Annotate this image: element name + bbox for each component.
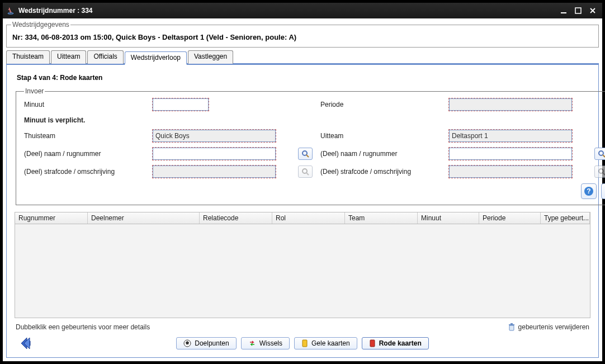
nav-rode-label: Rode kaarten bbox=[379, 339, 422, 347]
nav-rode-kaarten[interactable]: Rode kaarten bbox=[362, 337, 429, 349]
minuut-input[interactable] bbox=[153, 98, 209, 111]
invoer-actions: ? bbox=[24, 183, 605, 199]
invoer-legend: Invoer bbox=[24, 87, 45, 95]
home-naam-input[interactable] bbox=[153, 148, 276, 160]
tab-officials[interactable]: Officials bbox=[87, 50, 123, 64]
form-grid: Minuut Periode Minuut is verplicht. Thui… bbox=[24, 98, 605, 178]
titlebar: Wedstrijdnummer : 334 bbox=[3, 3, 602, 18]
svg-line-8 bbox=[306, 173, 309, 175]
tab-uitteam[interactable]: Uitteam bbox=[51, 50, 86, 64]
col-periode[interactable]: Periode bbox=[479, 212, 541, 224]
window-title: Wedstrijdnummer : 334 bbox=[18, 7, 557, 15]
minuut-required-msg: Minuut is verplicht. bbox=[24, 116, 605, 124]
tab-vastleggen[interactable]: Vastleggen bbox=[188, 50, 233, 64]
step-nav: Doelpunten Wissels Gele kaarten Rode kaa… bbox=[176, 337, 428, 349]
periode-readonly bbox=[449, 98, 572, 111]
search-icon bbox=[301, 168, 309, 176]
tab-panel: Stap 4 van 4: Rode kaarten Invoer Minuut… bbox=[6, 65, 599, 358]
close-button[interactable] bbox=[587, 6, 599, 16]
trash-icon bbox=[507, 323, 516, 332]
col-relatiecode[interactable]: Relatiecode bbox=[200, 212, 272, 224]
delete-event-link[interactable]: gebeurtenis verwijderen bbox=[507, 323, 589, 332]
minuut-label: Minuut bbox=[24, 101, 153, 108]
help-icon: ? bbox=[584, 186, 594, 196]
nav-gele-kaarten[interactable]: Gele kaarten bbox=[294, 337, 357, 349]
help-button[interactable]: ? bbox=[581, 183, 597, 199]
nav-wissels-label: Wissels bbox=[259, 339, 282, 347]
nav-gele-label: Gele kaarten bbox=[311, 339, 350, 347]
svg-rect-13 bbox=[509, 325, 514, 330]
periode-label: Periode bbox=[320, 101, 449, 108]
thuisteam-label: Thuisteam bbox=[24, 132, 153, 140]
svg-rect-15 bbox=[511, 323, 513, 324]
svg-line-6 bbox=[603, 155, 605, 157]
nav-doelpunten[interactable]: Doelpunten bbox=[176, 337, 236, 349]
svg-rect-19 bbox=[370, 340, 375, 347]
hint-row: Dubbelklik een gebeurtenis voor meer det… bbox=[15, 318, 590, 333]
match-info-group: Wedstrijdgegevens Nr: 334, 06-08-2013 om… bbox=[6, 21, 599, 48]
back-button[interactable] bbox=[19, 336, 36, 351]
thuisteam-readonly: Quick Boys bbox=[153, 130, 276, 142]
match-info-legend: Wedstrijdgegevens bbox=[11, 21, 70, 29]
minimize-button[interactable] bbox=[557, 6, 570, 16]
delete-event-label: gebeurtenis verwijderen bbox=[518, 323, 589, 331]
away-strafcode-readonly bbox=[449, 166, 572, 178]
svg-point-3 bbox=[302, 151, 307, 155]
maximize-button[interactable] bbox=[572, 6, 584, 16]
dblclick-hint: Dubbelklik een gebeurtenis voor meer det… bbox=[16, 323, 150, 331]
home-naam-label: (Deel) naam / rugnummer bbox=[24, 150, 153, 158]
svg-rect-2 bbox=[575, 8, 581, 13]
svg-text:?: ? bbox=[587, 187, 590, 195]
refresh-button[interactable] bbox=[601, 183, 605, 199]
window-buttons bbox=[557, 6, 599, 16]
tab-wedstrijdverloop[interactable]: Wedstrijdverloop bbox=[125, 51, 187, 65]
col-minuut[interactable]: Minuut bbox=[418, 212, 479, 224]
bottom-bar: Doelpunten Wissels Gele kaarten Rode kaa… bbox=[15, 333, 590, 352]
table-header: Rugnummer Deelnemer Relatiecode Rol Team… bbox=[15, 212, 590, 224]
away-naam-search-button[interactable] bbox=[594, 148, 605, 160]
search-icon bbox=[598, 150, 605, 158]
home-strafcode-readonly bbox=[153, 166, 276, 178]
col-deelnemer[interactable]: Deelnemer bbox=[88, 212, 200, 224]
col-type[interactable]: Type gebeurt... bbox=[541, 212, 590, 224]
search-icon bbox=[598, 168, 605, 176]
table-body[interactable] bbox=[15, 224, 590, 318]
app-window: Wedstrijdnummer : 334 Wedstrijdgegevens … bbox=[2, 2, 603, 362]
tab-thuisteam[interactable]: Thuisteam bbox=[6, 50, 50, 64]
swap-icon bbox=[248, 339, 256, 347]
java-icon bbox=[6, 6, 15, 15]
away-naam-input[interactable] bbox=[449, 148, 572, 160]
away-naam-label: (Deel) naam / rugnummer bbox=[320, 150, 449, 158]
svg-point-7 bbox=[302, 169, 307, 173]
svg-rect-18 bbox=[302, 340, 307, 347]
football-icon bbox=[183, 339, 191, 347]
col-rugnummer[interactable]: Rugnummer bbox=[15, 212, 88, 224]
invoer-group: Invoer Minuut Periode Minuut is verplich… bbox=[16, 87, 605, 205]
svg-point-5 bbox=[599, 151, 603, 155]
home-strafcode-label: (Deel) strafcode / omschrijving bbox=[24, 168, 153, 176]
svg-line-4 bbox=[306, 155, 309, 157]
svg-rect-14 bbox=[509, 324, 514, 325]
svg-rect-1 bbox=[561, 12, 566, 13]
content-area: Wedstrijdgegevens Nr: 334, 06-08-2013 om… bbox=[3, 18, 602, 361]
back-arrow-icon bbox=[19, 336, 36, 351]
col-team[interactable]: Team bbox=[345, 212, 418, 224]
home-naam-search-button[interactable] bbox=[298, 148, 313, 160]
tab-bar: Thuisteam Uitteam Officials Wedstrijdver… bbox=[6, 50, 599, 65]
events-table: Rugnummer Deelnemer Relatiecode Rol Team… bbox=[15, 212, 590, 318]
red-card-icon bbox=[369, 339, 376, 347]
uitteam-label: Uitteam bbox=[320, 132, 449, 140]
nav-wissels[interactable]: Wissels bbox=[241, 337, 290, 349]
yellow-card-icon bbox=[301, 339, 308, 347]
step-title: Stap 4 van 4: Rode kaarten bbox=[17, 74, 588, 82]
svg-line-10 bbox=[603, 173, 605, 175]
uitteam-readonly: Deltasport 1 bbox=[449, 130, 572, 142]
away-strafcode-label: (Deel) strafcode / omschrijving bbox=[320, 168, 449, 176]
away-strafcode-search-button bbox=[594, 166, 605, 178]
home-strafcode-search-button bbox=[298, 166, 313, 178]
search-icon bbox=[301, 150, 309, 158]
svg-point-9 bbox=[599, 169, 603, 173]
match-summary: Nr: 334, 06-08-2013 om 15:00, Quick Boys… bbox=[11, 31, 594, 44]
nav-doelpunten-label: Doelpunten bbox=[195, 339, 229, 347]
col-rol[interactable]: Rol bbox=[272, 212, 345, 224]
